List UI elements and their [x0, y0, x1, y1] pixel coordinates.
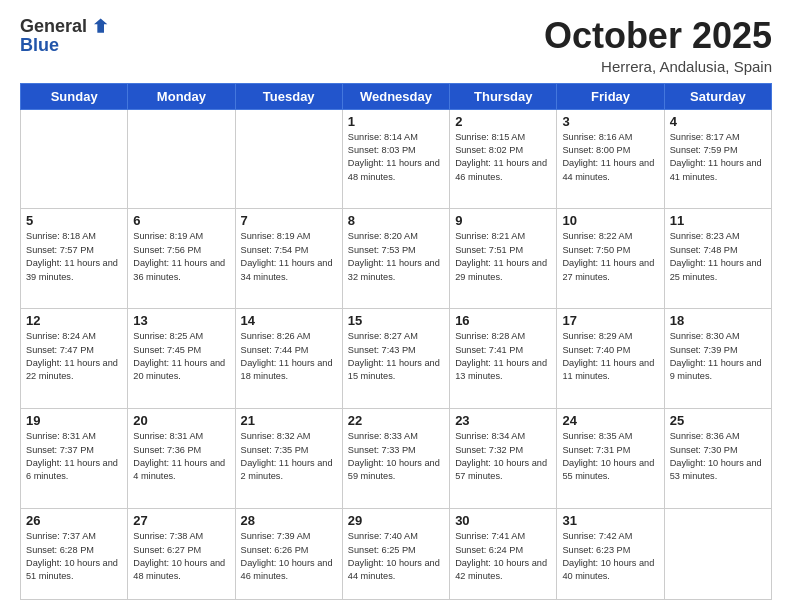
sunset-text: Sunset: 7:36 PM — [133, 445, 201, 455]
day-number: 15 — [348, 313, 444, 328]
day-info: Sunrise: 7:39 AMSunset: 6:26 PMDaylight:… — [241, 530, 337, 583]
daylight-text: Daylight: 11 hours and 13 minutes. — [455, 358, 547, 381]
daylight-text: Daylight: 11 hours and 22 minutes. — [26, 358, 118, 381]
sunrise-text: Sunrise: 8:26 AM — [241, 331, 311, 341]
calendar-week-row: 19Sunrise: 8:31 AMSunset: 7:37 PMDayligh… — [21, 409, 772, 509]
table-row — [235, 109, 342, 209]
sunrise-text: Sunrise: 8:27 AM — [348, 331, 418, 341]
day-info: Sunrise: 7:40 AMSunset: 6:25 PMDaylight:… — [348, 530, 444, 583]
sunset-text: Sunset: 7:32 PM — [455, 445, 523, 455]
day-number: 17 — [562, 313, 658, 328]
table-row: 30Sunrise: 7:41 AMSunset: 6:24 PMDayligh… — [450, 509, 557, 600]
daylight-text: Daylight: 10 hours and 57 minutes. — [455, 458, 547, 481]
daylight-text: Daylight: 11 hours and 46 minutes. — [455, 158, 547, 181]
daylight-text: Daylight: 11 hours and 15 minutes. — [348, 358, 440, 381]
day-number: 4 — [670, 114, 766, 129]
table-row: 8Sunrise: 8:20 AMSunset: 7:53 PMDaylight… — [342, 209, 449, 309]
table-row: 29Sunrise: 7:40 AMSunset: 6:25 PMDayligh… — [342, 509, 449, 600]
day-info: Sunrise: 8:21 AMSunset: 7:51 PMDaylight:… — [455, 230, 551, 283]
sunrise-text: Sunrise: 8:23 AM — [670, 231, 740, 241]
sunset-text: Sunset: 7:37 PM — [26, 445, 94, 455]
sunrise-text: Sunrise: 7:37 AM — [26, 531, 96, 541]
day-number: 28 — [241, 513, 337, 528]
calendar-week-row: 1Sunrise: 8:14 AMSunset: 8:03 PMDaylight… — [21, 109, 772, 209]
sunrise-text: Sunrise: 8:18 AM — [26, 231, 96, 241]
day-number: 7 — [241, 213, 337, 228]
calendar-header-row: Sunday Monday Tuesday Wednesday Thursday… — [21, 83, 772, 109]
daylight-text: Daylight: 11 hours and 25 minutes. — [670, 258, 762, 281]
daylight-text: Daylight: 11 hours and 36 minutes. — [133, 258, 225, 281]
day-info: Sunrise: 7:37 AMSunset: 6:28 PMDaylight:… — [26, 530, 122, 583]
daylight-text: Daylight: 10 hours and 44 minutes. — [348, 558, 440, 581]
sunrise-text: Sunrise: 8:21 AM — [455, 231, 525, 241]
table-row: 20Sunrise: 8:31 AMSunset: 7:36 PMDayligh… — [128, 409, 235, 509]
sunset-text: Sunset: 6:24 PM — [455, 545, 523, 555]
day-info: Sunrise: 8:16 AMSunset: 8:00 PMDaylight:… — [562, 131, 658, 184]
location-title: Herrera, Andalusia, Spain — [544, 58, 772, 75]
col-thursday: Thursday — [450, 83, 557, 109]
sunset-text: Sunset: 8:03 PM — [348, 145, 416, 155]
day-number: 31 — [562, 513, 658, 528]
table-row: 25Sunrise: 8:36 AMSunset: 7:30 PMDayligh… — [664, 409, 771, 509]
day-info: Sunrise: 8:36 AMSunset: 7:30 PMDaylight:… — [670, 430, 766, 483]
day-number: 30 — [455, 513, 551, 528]
table-row: 12Sunrise: 8:24 AMSunset: 7:47 PMDayligh… — [21, 309, 128, 409]
table-row: 31Sunrise: 7:42 AMSunset: 6:23 PMDayligh… — [557, 509, 664, 600]
day-info: Sunrise: 7:38 AMSunset: 6:27 PMDaylight:… — [133, 530, 229, 583]
table-row: 13Sunrise: 8:25 AMSunset: 7:45 PMDayligh… — [128, 309, 235, 409]
day-info: Sunrise: 8:31 AMSunset: 7:37 PMDaylight:… — [26, 430, 122, 483]
day-info: Sunrise: 8:24 AMSunset: 7:47 PMDaylight:… — [26, 330, 122, 383]
header: General Blue October 2025 Herrera, Andal… — [20, 16, 772, 75]
day-number: 23 — [455, 413, 551, 428]
table-row: 22Sunrise: 8:33 AMSunset: 7:33 PMDayligh… — [342, 409, 449, 509]
sunrise-text: Sunrise: 7:40 AM — [348, 531, 418, 541]
day-info: Sunrise: 8:26 AMSunset: 7:44 PMDaylight:… — [241, 330, 337, 383]
table-row: 6Sunrise: 8:19 AMSunset: 7:56 PMDaylight… — [128, 209, 235, 309]
day-number: 1 — [348, 114, 444, 129]
day-number: 5 — [26, 213, 122, 228]
sunrise-text: Sunrise: 7:39 AM — [241, 531, 311, 541]
daylight-text: Daylight: 11 hours and 4 minutes. — [133, 458, 225, 481]
day-number: 10 — [562, 213, 658, 228]
sunset-text: Sunset: 7:51 PM — [455, 245, 523, 255]
daylight-text: Daylight: 11 hours and 9 minutes. — [670, 358, 762, 381]
day-number: 6 — [133, 213, 229, 228]
daylight-text: Daylight: 10 hours and 55 minutes. — [562, 458, 654, 481]
sunrise-text: Sunrise: 8:25 AM — [133, 331, 203, 341]
day-info: Sunrise: 8:25 AMSunset: 7:45 PMDaylight:… — [133, 330, 229, 383]
daylight-text: Daylight: 11 hours and 18 minutes. — [241, 358, 333, 381]
sunrise-text: Sunrise: 8:22 AM — [562, 231, 632, 241]
daylight-text: Daylight: 10 hours and 53 minutes. — [670, 458, 762, 481]
table-row: 1Sunrise: 8:14 AMSunset: 8:03 PMDaylight… — [342, 109, 449, 209]
calendar-table: Sunday Monday Tuesday Wednesday Thursday… — [20, 83, 772, 600]
table-row: 19Sunrise: 8:31 AMSunset: 7:37 PMDayligh… — [21, 409, 128, 509]
sunset-text: Sunset: 6:28 PM — [26, 545, 94, 555]
sunrise-text: Sunrise: 7:41 AM — [455, 531, 525, 541]
sunset-text: Sunset: 7:41 PM — [455, 345, 523, 355]
col-saturday: Saturday — [664, 83, 771, 109]
title-block: October 2025 Herrera, Andalusia, Spain — [544, 16, 772, 75]
calendar-week-row: 26Sunrise: 7:37 AMSunset: 6:28 PMDayligh… — [21, 509, 772, 600]
daylight-text: Daylight: 11 hours and 41 minutes. — [670, 158, 762, 181]
day-info: Sunrise: 8:28 AMSunset: 7:41 PMDaylight:… — [455, 330, 551, 383]
sunset-text: Sunset: 7:33 PM — [348, 445, 416, 455]
daylight-text: Daylight: 11 hours and 11 minutes. — [562, 358, 654, 381]
day-number: 16 — [455, 313, 551, 328]
col-monday: Monday — [128, 83, 235, 109]
day-info: Sunrise: 8:30 AMSunset: 7:39 PMDaylight:… — [670, 330, 766, 383]
calendar-week-row: 5Sunrise: 8:18 AMSunset: 7:57 PMDaylight… — [21, 209, 772, 309]
day-info: Sunrise: 7:42 AMSunset: 6:23 PMDaylight:… — [562, 530, 658, 583]
sunset-text: Sunset: 7:30 PM — [670, 445, 738, 455]
table-row: 18Sunrise: 8:30 AMSunset: 7:39 PMDayligh… — [664, 309, 771, 409]
sunset-text: Sunset: 6:27 PM — [133, 545, 201, 555]
sunset-text: Sunset: 8:00 PM — [562, 145, 630, 155]
col-friday: Friday — [557, 83, 664, 109]
logo-blue: Blue — [20, 36, 59, 54]
sunrise-text: Sunrise: 8:36 AM — [670, 431, 740, 441]
daylight-text: Daylight: 11 hours and 29 minutes. — [455, 258, 547, 281]
daylight-text: Daylight: 10 hours and 51 minutes. — [26, 558, 118, 581]
table-row — [21, 109, 128, 209]
sunrise-text: Sunrise: 8:29 AM — [562, 331, 632, 341]
daylight-text: Daylight: 11 hours and 6 minutes. — [26, 458, 118, 481]
day-info: Sunrise: 8:27 AMSunset: 7:43 PMDaylight:… — [348, 330, 444, 383]
